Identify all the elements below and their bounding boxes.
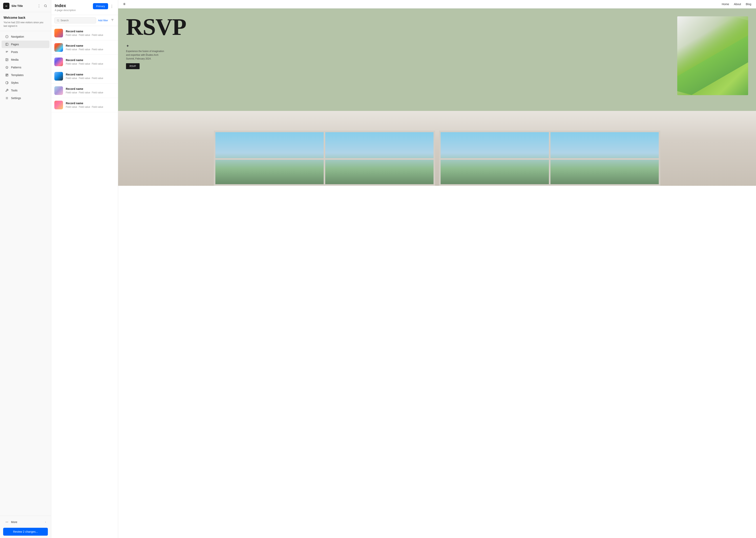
rsvp-big-text: RSVP (126, 16, 671, 38)
rsvp-text-column: RSVP ✦ Experience the fusion of imaginat… (126, 16, 671, 69)
search-button[interactable] (43, 4, 48, 8)
preview-nav-links: Home About Blog (722, 3, 751, 6)
record-info: Record name Field value Field value Fiel… (66, 73, 115, 80)
site-title-group: ∞ Site Title (3, 3, 23, 9)
site-title: Site Title (11, 4, 23, 8)
record-name: Record name (66, 30, 115, 33)
more-options-content-button[interactable]: ⋮ (109, 3, 115, 9)
sidebar-nav: Navigation Pages Posts (0, 31, 51, 516)
record-info: Record name Field value Field value Fiel… (66, 44, 115, 51)
sidebar-item-tools[interactable]: Tools (2, 87, 49, 94)
record-item[interactable]: Record name Field value Field value Fiel… (51, 55, 118, 69)
sidebar-header-icons: ⋮ (36, 3, 48, 9)
record-info: Record name Field value Field value Fiel… (66, 102, 115, 108)
media-icon (5, 58, 9, 62)
posts-icon (5, 50, 9, 54)
search-input-wrapper (54, 17, 96, 24)
record-thumbnail (54, 58, 63, 66)
preview-nav: ✳ Home About Blog (118, 0, 756, 9)
record-thumbnail (54, 43, 63, 52)
styles-icon (5, 81, 9, 84)
sidebar-item-templates[interactable]: Templates (2, 71, 49, 79)
add-filter-button[interactable]: Add filter (98, 19, 108, 22)
rsvp-image (677, 16, 748, 95)
svg-rect-4 (6, 43, 8, 45)
record-fields: Field value Field value Field value (66, 48, 115, 51)
svg-point-3 (7, 36, 7, 37)
window-frame-left (214, 131, 435, 186)
record-name: Record name (66, 59, 115, 62)
rsvp-section: RSVP ✦ Experience the fusion of imaginat… (118, 9, 756, 111)
sidebar-item-posts[interactable]: Posts (2, 48, 49, 56)
search-icon (57, 19, 60, 22)
record-thumbnail (54, 29, 63, 37)
patterns-icon (5, 66, 9, 69)
record-info: Record name Field value Field value Fiel… (66, 87, 115, 94)
records-list: Record name Field value Field value Fiel… (51, 26, 118, 538)
svg-rect-13 (6, 75, 7, 76)
sidebar-header: ∞ Site Title ⋮ (0, 0, 51, 12)
site-logo: ∞ (3, 3, 10, 9)
search-bar: Add filter (51, 15, 118, 26)
record-fields: Field value Field value Field value (66, 63, 115, 65)
record-name: Record name (66, 87, 115, 90)
sidebar-item-pages[interactable]: Pages (2, 40, 49, 48)
room-section (118, 111, 756, 186)
content-header: Index A page description Primary ⋮ (51, 0, 118, 15)
record-item[interactable]: Record name Field value Field value Fiel… (51, 69, 118, 83)
svg-line-23 (59, 21, 59, 21)
templates-icon (5, 73, 9, 77)
record-fields: Field value Field value Field value (66, 77, 115, 80)
record-name: Record name (66, 102, 115, 105)
record-name: Record name (66, 44, 115, 47)
svg-point-10 (6, 59, 7, 60)
room-windows (214, 131, 660, 186)
record-info: Record name Field value Field value Fiel… (66, 30, 115, 36)
sidebar-item-settings[interactable]: Settings (2, 94, 49, 102)
nav-link-home[interactable]: Home (722, 3, 729, 6)
preview-content: RSVP ✦ Experience the fusion of imaginat… (118, 9, 756, 538)
svg-rect-14 (7, 75, 8, 75)
record-info: Record name Field value Field value Fiel… (66, 59, 115, 65)
rsvp-button[interactable]: RSVP (126, 63, 140, 69)
svg-point-21 (8, 522, 8, 522)
review-changes-button[interactable]: Review 2 changes... (3, 528, 48, 536)
nav-link-about[interactable]: About (734, 3, 741, 6)
sidebar-item-media[interactable]: Media (2, 56, 49, 63)
record-item[interactable]: Record name Field value Field value Fiel… (51, 40, 118, 55)
search-input[interactable] (61, 19, 94, 22)
svg-point-20 (7, 522, 7, 522)
content-panel: Index A page description Primary ⋮ Add f… (51, 0, 118, 538)
record-thumbnail (54, 101, 63, 109)
settings-icon (5, 96, 9, 100)
navigation-icon (5, 35, 9, 38)
sidebar-item-styles[interactable]: Styles (2, 79, 49, 86)
filter-icon-button[interactable] (110, 18, 115, 23)
page-title: Index (55, 3, 76, 8)
preview-panel: ✳ Home About Blog RSVP ✦ Experience the … (118, 0, 756, 538)
record-thumbnail (54, 72, 63, 81)
svg-marker-11 (6, 66, 8, 69)
primary-button[interactable]: Primary (93, 3, 108, 9)
svg-point-22 (57, 20, 59, 21)
more-item[interactable]: More › (3, 518, 48, 526)
rsvp-asterisk: ✦ (126, 43, 671, 48)
record-item[interactable]: Record name Field value Field value Fiel… (51, 83, 118, 98)
record-fields: Field value Field value Field value (66, 91, 115, 94)
record-thumbnail (54, 86, 63, 95)
page-description: A page description (55, 9, 76, 12)
sidebar-footer: More › Review 2 changes... (0, 516, 51, 538)
welcome-section: Welcome back You've had 233 new visitors… (0, 12, 51, 31)
more-options-button[interactable]: ⋮ (36, 3, 42, 9)
more-chevron-icon: › (45, 521, 46, 523)
sidebar-item-navigation[interactable]: Navigation (2, 33, 49, 40)
record-fields: Field value Field value Field value (66, 34, 115, 36)
nav-link-blog[interactable]: Blog (746, 3, 751, 6)
welcome-title: Welcome back (4, 16, 47, 20)
record-item[interactable]: Record name Field value Field value Fiel… (51, 26, 118, 40)
record-item[interactable]: Record name Field value Field value Fiel… (51, 98, 118, 112)
sidebar-item-patterns[interactable]: Patterns (2, 64, 49, 71)
pages-icon (5, 42, 9, 46)
tools-icon (5, 89, 9, 92)
rsvp-image-column (677, 16, 748, 95)
